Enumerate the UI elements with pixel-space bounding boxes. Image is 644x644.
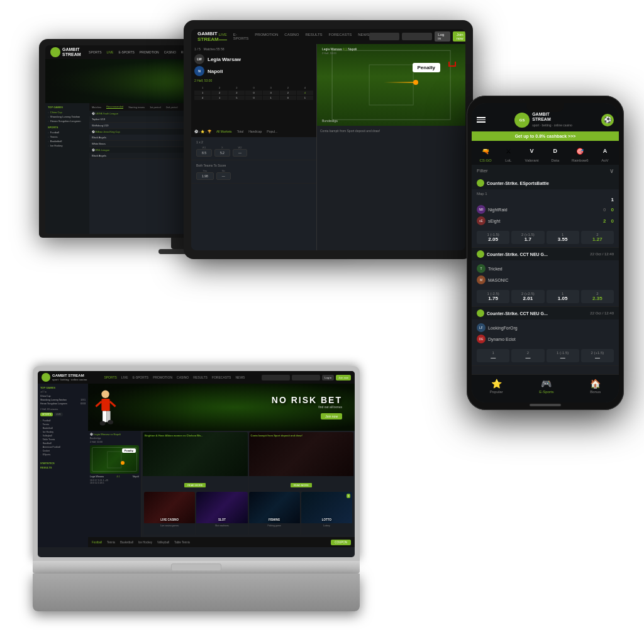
laptop-tab-tennis[interactable]: Tennis (107, 541, 115, 544)
laptop-coupon-btn[interactable]: COUPON (331, 540, 351, 545)
phone-sport-dota[interactable]: D Dota (549, 145, 562, 162)
monitor-col-recommended[interactable]: Recommended (106, 105, 123, 109)
laptop-tab-sports[interactable]: SPORTS (40, 413, 53, 416)
tablet-market-all[interactable]: All Markets (216, 130, 232, 133)
monitor-sidebar-football[interactable]: Football (48, 130, 87, 135)
phone-filter-chevron[interactable]: ∨ (609, 167, 614, 174)
laptop-tab-volleyball[interactable]: Volleyball (157, 541, 169, 544)
phone-odd-1-1[interactable]: 1 (-1.5) 2.05 (477, 231, 509, 244)
laptop-password-field[interactable] (292, 375, 320, 380)
laptop-nav-live[interactable]: LIVE (121, 375, 128, 379)
phone-odd-1-2[interactable]: 2 (+1.5) 1.7 (511, 231, 544, 244)
laptop-nav-promotion[interactable]: PROMOTION (153, 375, 172, 379)
tablet-nav-promotion[interactable]: PROMOTION (255, 33, 278, 40)
phone-match-icon-1 (477, 179, 484, 187)
laptop-tab-icehockey[interactable]: Ice Hockey (138, 541, 152, 544)
monitor-sidebar-china-cup[interactable]: China Cup (48, 110, 87, 114)
tablet-market-total[interactable]: Total (237, 130, 244, 133)
laptop-card-brighton-label: Brighton & Hove Albion women vs Chelsea … (143, 432, 248, 439)
monitor-sidebar-henan[interactable]: Henan Songshan Longmen (48, 119, 87, 123)
tablet-nav-forecasts[interactable]: FORECASTS (329, 33, 352, 40)
tablet-odd-w2-btn[interactable]: — (233, 149, 247, 157)
tablet-nav-results[interactable]: RESULTS (305, 33, 322, 40)
tablet-nav-casino[interactable]: CASINO (284, 33, 299, 40)
laptop-nav-casino[interactable]: CASINO (177, 375, 189, 379)
laptop-read-more-btn-1[interactable]: READ MORE (184, 483, 206, 487)
phone-nav-popular[interactable]: ⭐ Popular (490, 379, 503, 394)
monitor-nav-live[interactable]: LIVE (107, 50, 114, 54)
phone-seight-icon: sE (477, 216, 486, 225)
phone-nightraid-alt-score: 0 (611, 207, 614, 213)
phone-csgo-icon: 🔫 (479, 145, 492, 157)
tablet-score-overlay: Legia Warsaw 4:1 Napoli (322, 47, 357, 51)
laptop-nav-forecasts[interactable]: FORECASTS (212, 375, 231, 379)
laptop-nav-esports[interactable]: E-SPORTS (133, 375, 148, 379)
monitor-col-starting[interactable]: Starting teams (128, 106, 145, 109)
laptop-read-more-btn-2[interactable]: READ MORE (291, 483, 312, 487)
laptop-trackpad[interactable] (171, 564, 221, 571)
phone-odd-3-1[interactable]: 1 — (477, 349, 509, 362)
laptop-nav-results[interactable]: RESULTS (193, 375, 208, 379)
phone-sport-csgo[interactable]: 🔫 CS:GO (479, 145, 492, 162)
phone-sport-aov[interactable]: A AoV (599, 145, 611, 162)
monitor-sidebar-shandong[interactable]: Shandong Luneng Taishan (48, 114, 87, 119)
phone-nav-esports[interactable]: 🎮 E-Sports (539, 379, 553, 394)
tablet-odd-no-btn[interactable]: — (216, 172, 231, 180)
tablet-nav-esports[interactable]: E-SPORTS (233, 33, 249, 40)
phone-odd-3-2[interactable]: 2 — (511, 349, 544, 362)
tablet-ball-trail (384, 82, 415, 83)
monitor-sidebar-tennis[interactable]: Tennis (48, 135, 87, 139)
tablet-username-field[interactable] (369, 33, 399, 40)
laptop-tab-tabletennis[interactable]: Table Tennis (174, 541, 190, 544)
laptop-tab-football[interactable]: Football (92, 541, 102, 544)
laptop-tab-basketball[interactable]: Basketball (120, 541, 133, 544)
phone-odd-2-2[interactable]: 2 (+2.5) 2.01 (511, 290, 544, 303)
tablet-nav-news[interactable]: NEWS (358, 33, 369, 40)
tablet-market-handicap[interactable]: Handicap (248, 130, 262, 133)
phone-nav-bonus[interactable]: 🏠 Bonus (590, 379, 601, 394)
laptop-username-field[interactable] (262, 375, 290, 380)
phone-match-title-2: Counter-Strike. CCT NEU G... (487, 252, 548, 257)
tablet-markets-nav: ⚽ › ⭐ › 🏆 All Markets Total Handicap Pop… (191, 126, 316, 137)
tablet-markets: ⚽ › ⭐ › 🏆 All Markets Total Handicap Pop… (191, 126, 316, 250)
tablet-odd-yes-btn[interactable]: 1.98 (196, 172, 214, 180)
phone-cashback-banner[interactable]: Get up to 0.8% cashback >>> (472, 131, 619, 141)
monitor-nav-esports[interactable]: E-SPORTS (118, 50, 134, 54)
tablet-market-popular[interactable]: Popul... (267, 130, 277, 133)
laptop-tab-live[interactable]: LIVE (54, 413, 63, 416)
laptop-hero-join-btn[interactable]: Join now (321, 413, 342, 419)
laptop-nav-news[interactable]: NEWS (235, 375, 245, 379)
tablet-join-btn[interactable]: Join now (453, 31, 465, 42)
phone-match-icon-3 (477, 309, 484, 317)
tablet-login-btn[interactable]: Log in (435, 31, 450, 42)
phone-odd-2-4[interactable]: 2 2.35 (581, 290, 614, 303)
phone-odd-3-3[interactable]: 1 (-1.5) — (547, 349, 579, 362)
laptop-game-henan[interactable]: Henan Songshan Longmen 0 0 0 (40, 402, 86, 406)
tablet-odd-w1-btn[interactable]: 8.5 (196, 149, 212, 157)
monitor-nav-casino[interactable]: CASINO (164, 50, 176, 54)
laptop-login-btn[interactable]: Log in (322, 375, 334, 380)
phone-odd-1-3[interactable]: 1 3.55 (547, 231, 579, 244)
phone-csgo-label: CS:GO (479, 158, 491, 162)
laptop-field-center-box (107, 451, 121, 468)
laptop-game-shandong-label: Shandong Luneng Taishan (40, 399, 67, 401)
laptop-sport-esports[interactable]: ESports (40, 453, 86, 457)
laptop-score-t1: Legia Warsaw (90, 475, 104, 478)
monitor-nav-promotion[interactable]: PROMOTION (140, 50, 159, 54)
phone-odd-2-3[interactable]: 1 1.05 (547, 290, 579, 303)
phone-odd-1-4[interactable]: 2 1.27 (581, 231, 614, 244)
phone-odd-3-4[interactable]: 2 (+1.5) — (581, 349, 614, 362)
monitor-sidebar-icehockey[interactable]: Ice Hockey (48, 143, 87, 148)
phone-sport-lol[interactable]: ⚔ LoL (502, 145, 514, 162)
tablet-password-field[interactable] (402, 33, 432, 40)
phone-sport-valorant[interactable]: V Valorant (525, 145, 539, 162)
phone-odd-2-1[interactable]: 1 (-2.5) 1.75 (477, 290, 509, 303)
monitor-sidebar-basketball[interactable]: Basketball (48, 139, 87, 143)
laptop-join-btn[interactable]: Join now (336, 375, 351, 380)
tablet-odd-x-btn[interactable]: 5.2 (214, 149, 230, 157)
monitor-nav-sports[interactable]: SPORTS (89, 50, 101, 54)
tablet-nav-live[interactable]: LIVE (219, 33, 227, 40)
phone-sport-rainbow6[interactable]: 🎯 Rainbow6 (572, 145, 589, 162)
laptop-nav-sports[interactable]: SPORTS (104, 375, 116, 379)
phone-hamburger-menu[interactable] (477, 117, 486, 123)
